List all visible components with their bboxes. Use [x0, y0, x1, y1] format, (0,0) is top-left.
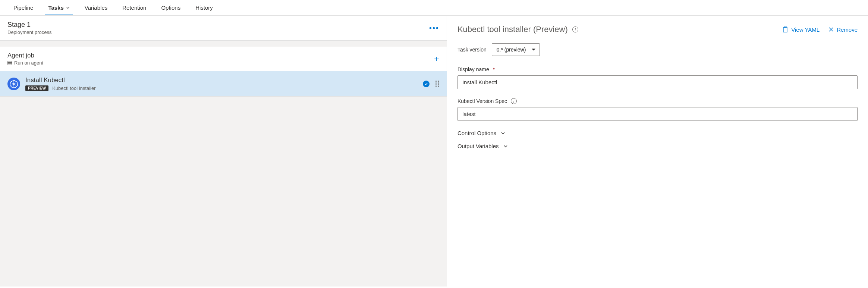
server-icon	[7, 61, 12, 65]
right-panel: Kubectl tool installer (Preview) i View …	[447, 16, 868, 287]
control-options-section[interactable]: Control Options	[457, 130, 858, 136]
tab-tasks-label: Tasks	[48, 4, 63, 11]
remove-label: Remove	[837, 26, 858, 33]
svg-rect-0	[7, 61, 12, 62]
add-task-icon[interactable]: +	[434, 54, 439, 64]
chevron-down-icon	[66, 6, 70, 10]
detail-title: Kubectl tool installer (Preview) i	[457, 25, 578, 34]
remove-button[interactable]: Remove	[828, 26, 858, 33]
divider	[512, 146, 858, 146]
info-icon[interactable]: i	[572, 26, 578, 32]
job-subtitle: Run on agent	[7, 60, 43, 66]
tab-retention[interactable]: Retention	[115, 0, 154, 15]
svg-line-9	[12, 84, 14, 85]
display-name-input[interactable]	[457, 75, 858, 89]
display-name-label-row: Display name *	[457, 66, 858, 72]
version-spec-label-row: Kubectl Version Spec i	[457, 98, 858, 104]
chevron-down-icon	[501, 131, 505, 135]
detail-header: Kubectl tool installer (Preview) i View …	[457, 25, 858, 34]
main-container: Stage 1 Deployment process ••• Agent job…	[0, 16, 868, 287]
drag-handle-icon[interactable]	[435, 81, 439, 87]
detail-title-text: Kubectl tool installer (Preview)	[457, 25, 568, 34]
job-subtitle-text: Run on agent	[14, 60, 43, 66]
info-icon[interactable]: i	[511, 98, 517, 104]
tab-tasks[interactable]: Tasks	[41, 0, 77, 15]
task-actions	[423, 81, 439, 87]
left-panel: Stage 1 Deployment process ••• Agent job…	[0, 16, 447, 287]
tab-history[interactable]: History	[188, 0, 220, 15]
task-content: Install Kubectl PREVIEW Kubectl tool ins…	[25, 76, 418, 91]
task-subtitle: Kubectl tool installer	[52, 85, 95, 91]
display-name-label: Display name	[457, 66, 489, 72]
header-actions: View YAML Remove	[782, 26, 858, 33]
job-row[interactable]: Agent job Run on agent +	[0, 47, 447, 71]
chevron-down-icon	[503, 144, 508, 148]
output-variables-label: Output Variables	[457, 143, 499, 149]
tabs-bar: Pipeline Tasks Variables Retention Optio…	[0, 0, 868, 16]
svg-rect-11	[783, 27, 787, 32]
preview-badge: PREVIEW	[25, 85, 48, 91]
task-version-select[interactable]: 0.* (preview)	[492, 43, 540, 56]
task-row[interactable]: Install Kubectl PREVIEW Kubectl tool ins…	[0, 71, 447, 97]
divider	[510, 133, 858, 133]
view-yaml-label: View YAML	[791, 26, 820, 33]
task-version-label: Task version	[457, 47, 487, 53]
display-name-group: Display name *	[457, 66, 858, 89]
kubernetes-icon	[7, 78, 20, 90]
output-variables-section[interactable]: Output Variables	[457, 143, 858, 149]
tab-pipeline[interactable]: Pipeline	[6, 0, 41, 15]
task-version-select-wrapper: 0.* (preview)	[492, 43, 540, 56]
svg-rect-1	[7, 62, 12, 63]
clipboard-icon	[782, 26, 788, 32]
stage-title: Stage 1	[7, 21, 52, 29]
task-meta: PREVIEW Kubectl tool installer	[25, 85, 418, 91]
stage-info: Stage 1 Deployment process	[7, 21, 52, 35]
check-icon	[423, 81, 430, 87]
version-spec-input[interactable]	[457, 107, 858, 121]
version-spec-group: Kubectl Version Spec i	[457, 98, 858, 121]
version-spec-label: Kubectl Version Spec	[457, 98, 507, 104]
view-yaml-button[interactable]: View YAML	[782, 26, 820, 33]
task-title: Install Kubectl	[25, 76, 418, 84]
required-indicator: *	[493, 66, 495, 72]
job-info: Agent job Run on agent	[7, 52, 43, 66]
close-icon	[828, 27, 834, 32]
stage-header[interactable]: Stage 1 Deployment process •••	[0, 16, 447, 41]
more-icon[interactable]: •••	[429, 24, 439, 32]
job-title: Agent job	[7, 52, 43, 59]
svg-rect-2	[7, 64, 12, 65]
control-options-label: Control Options	[457, 130, 496, 136]
tab-variables[interactable]: Variables	[77, 0, 115, 15]
stage-subtitle: Deployment process	[7, 29, 52, 35]
tab-options[interactable]: Options	[154, 0, 188, 15]
svg-line-7	[14, 84, 16, 85]
task-version-row: Task version 0.* (preview)	[457, 43, 858, 56]
